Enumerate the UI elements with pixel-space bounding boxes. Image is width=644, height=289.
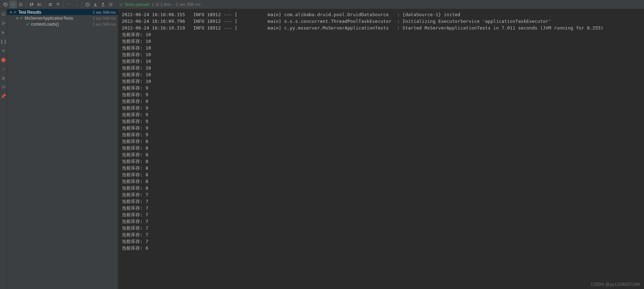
tree-class[interactable]: ▾ ✔ MsServerApplicationTests 2 sec 598 m…	[7, 15, 118, 21]
sort-alpha-icon[interactable]	[28, 1, 36, 8]
next-failed-icon[interactable]	[73, 1, 81, 8]
check-icon: ✔	[20, 16, 23, 21]
tree-time: 2 sec 598 ms	[93, 10, 116, 14]
separator	[45, 1, 45, 8]
settings-icon[interactable]	[107, 1, 115, 8]
tree-label: MsServerApplicationTests	[25, 16, 93, 21]
tests-total: of 1 test	[155, 2, 171, 7]
tree-label: contextLoads()	[31, 22, 93, 27]
svg-point-2	[39, 3, 42, 5]
stop-icon[interactable]: ■	[1, 48, 6, 53]
separator	[82, 1, 82, 8]
show-passed-icon[interactable]	[9, 1, 17, 8]
dash: –	[172, 2, 174, 7]
test-history-icon[interactable]	[84, 1, 91, 8]
gutter-toolbar: ▶ ❚❚ ■ ⬤ ⫽ ▣ 📌	[0, 9, 7, 289]
chevron-down-icon[interactable]: ▾	[15, 16, 20, 21]
separator	[26, 1, 26, 8]
tree-method[interactable]: ✔ contextLoads() 2 sec 598 ms	[7, 21, 118, 27]
gear-icon[interactable]	[1, 84, 6, 90]
camera-icon[interactable]: ▣	[1, 75, 6, 81]
sort-duration-icon[interactable]	[36, 1, 43, 8]
check-icon: ✔	[26, 22, 30, 27]
tests-passed-count: 1	[152, 2, 154, 7]
export-results-icon[interactable]	[99, 1, 107, 8]
import-results-icon[interactable]	[91, 1, 99, 8]
rerun-icon[interactable]	[1, 11, 6, 17]
rerun-failed-icon[interactable]	[1, 20, 6, 26]
dump-icon[interactable]: ⬤	[1, 57, 6, 63]
tree-root[interactable]: ▾ ✔ Test Results 2 sec 598 ms	[7, 9, 118, 15]
test-tree: ▾ ✔ Test Results 2 sec 598 ms ▾ ✔ MsServ…	[7, 9, 118, 289]
main-area: ▶ ❚❚ ■ ⬤ ⫽ ▣ 📌 ▾ ✔ Test Results 2 sec 59…	[0, 9, 644, 289]
check-icon	[119, 2, 123, 7]
console-output[interactable]: 2022-06-24 16:16:08.155 INFO 18912 --- […	[118, 9, 644, 289]
tree-label: Test Results	[18, 10, 93, 15]
expand-all-icon[interactable]	[46, 1, 54, 8]
pin-icon[interactable]: 📌	[1, 93, 6, 99]
tree-time: 2 sec 598 ms	[93, 22, 116, 26]
check-icon: ✔	[13, 10, 17, 15]
tests-duration: 2 sec 598 ms	[176, 2, 200, 7]
separator	[63, 1, 64, 8]
layout-icon[interactable]: ⫽	[1, 66, 6, 72]
show-ignored-icon[interactable]	[17, 1, 25, 8]
test-toolbar: Tests passed: 1 of 1 test – 2 sec 598 ms	[0, 0, 644, 9]
chevron-down-icon[interactable]: ▾	[8, 10, 13, 15]
pause-icon[interactable]: ❚❚	[1, 39, 6, 44]
tests-status: Tests passed: 1 of 1 test – 2 sec 598 ms	[119, 2, 201, 7]
watermark: CSDN @yy1209357299	[591, 282, 640, 287]
tests-passed-prefix: Tests passed:	[125, 2, 150, 7]
tree-time: 2 sec 598 ms	[93, 16, 116, 20]
toggle-auto-icon[interactable]: ▶	[1, 29, 6, 35]
prev-failed-icon[interactable]	[65, 1, 73, 8]
collapse-all-icon[interactable]	[54, 1, 62, 8]
history-icon[interactable]	[1, 1, 9, 8]
svg-point-5	[3, 86, 4, 88]
svg-point-4	[110, 4, 111, 5]
